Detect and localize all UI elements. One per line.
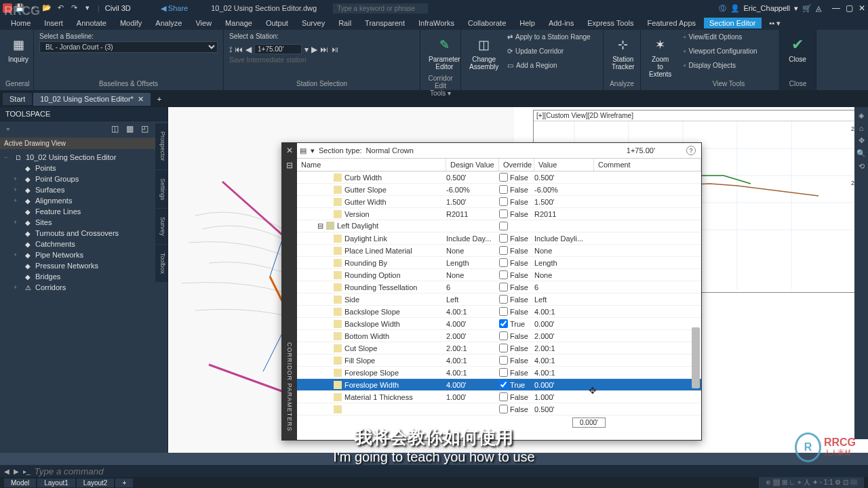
- status-icon[interactable]: ⊕ ▦ ⊞ ∟ ⌖ 人 ✦ ▫ 1:1 ⚙ ⊡ ▤: [759, 477, 864, 488]
- cmd-next-icon[interactable]: ▶: [14, 468, 19, 475]
- menu-section-editor[interactable]: Section Editor: [704, 18, 761, 28]
- station-first-icon[interactable]: ⏮: [235, 45, 243, 54]
- add-region-button[interactable]: ▭Add a Region: [507, 61, 557, 70]
- menu-transparent[interactable]: Transparent: [359, 18, 410, 28]
- menu-help[interactable]: Help: [514, 18, 540, 28]
- param-row[interactable]: Backslope Slope4.00:1 False4.00:1: [297, 306, 701, 318]
- tree-node[interactable]: ◆Catchments: [1, 239, 166, 249]
- maximize-button[interactable]: ▢: [846, 3, 853, 13]
- close-button[interactable]: ✕: [859, 3, 865, 13]
- param-row[interactable]: Backslope Width4.000' True0.000': [297, 318, 701, 330]
- nav-orbit-icon[interactable]: ⟲: [859, 162, 865, 171]
- menu-infraworks[interactable]: InfraWorks: [413, 18, 460, 28]
- tree-node[interactable]: ◆Pressure Networks: [1, 260, 166, 271]
- ts-icon-2[interactable]: ◫: [109, 124, 120, 135]
- share-link[interactable]: ◀ Share: [161, 4, 188, 13]
- station-input[interactable]: [254, 44, 302, 54]
- menu-express-tools[interactable]: Express Tools: [582, 18, 639, 28]
- station-pick-icon[interactable]: ⟟: [229, 45, 232, 54]
- update-corridor-button[interactable]: ⟳Update Corridor: [507, 47, 564, 56]
- close-editor-button[interactable]: ✔Close: [785, 33, 810, 66]
- user-dropdown-icon[interactable]: ▾: [794, 4, 798, 13]
- panel-help-icon[interactable]: ?: [686, 146, 696, 155]
- param-row[interactable]: Daylight LinkInclude Day... FalseInclude…: [297, 232, 701, 245]
- tab-add-button[interactable]: +: [152, 93, 167, 105]
- qat-open-icon[interactable]: 📂: [42, 3, 52, 13]
- panel-pin-icon[interactable]: ⊟: [286, 161, 293, 170]
- view-edit-options-button[interactable]: ▫View/Edit Options: [684, 33, 742, 41]
- help-search-input[interactable]: [333, 3, 428, 14]
- param-row[interactable]: False0.500': [297, 403, 701, 415]
- tab-add[interactable]: +: [115, 479, 133, 487]
- menu-home[interactable]: Home: [5, 18, 36, 28]
- param-row[interactable]: ⊟ Left Daylight: [297, 220, 701, 232]
- tab-start[interactable]: Start: [3, 93, 32, 105]
- nav-zoom-icon[interactable]: 🔍: [856, 149, 866, 158]
- col-comment[interactable]: Comment: [594, 159, 701, 171]
- tree-node[interactable]: ◆Feature Lines: [1, 206, 166, 217]
- nav-pan-icon[interactable]: ✥: [859, 136, 865, 145]
- active-drawing-view[interactable]: Active Drawing View ▾: [0, 138, 167, 149]
- minimize-button[interactable]: —: [832, 3, 840, 13]
- viewport-config-button[interactable]: ▫Viewport Configuration: [684, 47, 757, 56]
- param-row[interactable]: Material 1 Thickness1.000' False1.000': [297, 391, 701, 403]
- section-view-label[interactable]: [+][Custom View][2D Wireframe]: [534, 110, 865, 121]
- station-tracker-button[interactable]: ⊹Station Tracker: [609, 33, 637, 73]
- menu-analyze[interactable]: Analyze: [150, 18, 187, 28]
- user-avatar-icon[interactable]: 👤: [730, 4, 740, 13]
- station-last-icon[interactable]: ⏯: [331, 45, 339, 54]
- tree-node[interactable]: ◆Points: [1, 163, 166, 174]
- panel-title-cet[interactable]: Corridor Edit Tools ▾: [426, 73, 455, 97]
- param-row[interactable]: Place Lined MaterialNone FalseNone: [297, 245, 701, 257]
- zoom-extents-button[interactable]: ✶Zoom to Extents: [646, 33, 674, 81]
- param-row[interactable]: Rounding Tessellation6 False6: [297, 281, 701, 293]
- qat-redo-icon[interactable]: ↷: [69, 3, 79, 13]
- menu-collaborate[interactable]: Collaborate: [462, 18, 511, 28]
- menu-insert[interactable]: Insert: [39, 18, 68, 28]
- nav-home-icon[interactable]: ⌂: [859, 124, 864, 132]
- tree-node[interactable]: +◆Pipe Networks: [1, 249, 166, 260]
- nav-cube-icon[interactable]: ◈: [859, 111, 864, 120]
- menu-manage[interactable]: Manage: [220, 18, 258, 28]
- param-row[interactable]: SideLeft FalseLeft: [297, 293, 701, 306]
- panel-btn-2[interactable]: ▾: [311, 146, 315, 155]
- user-name[interactable]: Eric_Chappell: [744, 4, 790, 12]
- tab-layout2[interactable]: Layout2: [77, 479, 115, 487]
- tab-layout1[interactable]: Layout1: [37, 479, 75, 487]
- param-row[interactable]: Curb Width0.500' False0.500': [297, 171, 701, 184]
- tree-node[interactable]: ◆Bridges: [1, 271, 166, 282]
- param-row[interactable]: Bottom Width2.000' False2.000': [297, 330, 701, 342]
- qat-btn[interactable]: ▾: [83, 3, 92, 13]
- station-prev-icon[interactable]: ◀: [245, 45, 252, 54]
- menu-output[interactable]: Output: [260, 18, 294, 28]
- menu-featured-apps[interactable]: Featured Apps: [642, 18, 701, 28]
- panel-scrollbar[interactable]: [690, 171, 700, 440]
- panel-close-icon[interactable]: ✕: [286, 146, 293, 155]
- tree-node[interactable]: +⚠Corridors: [1, 282, 166, 293]
- tab-document[interactable]: 10_02 Using Section Editor*✕: [33, 93, 151, 106]
- col-name[interactable]: Name: [297, 159, 446, 171]
- param-row[interactable]: Foreslope Slope4.00:1 False4.00:1: [297, 367, 701, 379]
- tree-root[interactable]: −🗋10_02 Using Section Editor: [1, 152, 166, 163]
- menu-survey[interactable]: Survey: [296, 18, 330, 28]
- save-station-button[interactable]: Save Intermediate station: [229, 56, 306, 64]
- param-row[interactable]: Rounding ByLength FalseLength: [297, 257, 701, 269]
- signin-icon[interactable]: Ⓠ: [719, 3, 726, 14]
- tab-model[interactable]: Model: [4, 479, 36, 487]
- vtab-prospector[interactable]: Prospector: [155, 123, 167, 170]
- param-row[interactable]: Rounding OptionNone FalseNone: [297, 269, 701, 281]
- param-row[interactable]: Foreslope Width4.000' True0.000': [297, 379, 701, 391]
- param-row[interactable]: Gutter Slope-6.00% False-6.00%: [297, 184, 701, 196]
- ts-icon-3[interactable]: ▦: [124, 124, 135, 135]
- parameter-editor-button[interactable]: ✎Parameter Editor: [426, 33, 463, 73]
- col-value[interactable]: Value: [534, 159, 594, 171]
- col-design-value[interactable]: Design Value: [446, 159, 499, 171]
- menu-overflow[interactable]: ▪▪ ▾: [764, 18, 787, 29]
- tab-close-icon[interactable]: ✕: [138, 95, 144, 104]
- command-input[interactable]: [35, 466, 170, 476]
- col-override[interactable]: Override: [499, 159, 534, 171]
- display-objects-button[interactable]: ▫Display Objects: [684, 61, 736, 70]
- vtab-toolbox[interactable]: Toolbox: [155, 245, 167, 283]
- cart-icon[interactable]: 🛒: [802, 4, 812, 13]
- param-row[interactable]: Gutter Width1.500' False1.500': [297, 196, 701, 208]
